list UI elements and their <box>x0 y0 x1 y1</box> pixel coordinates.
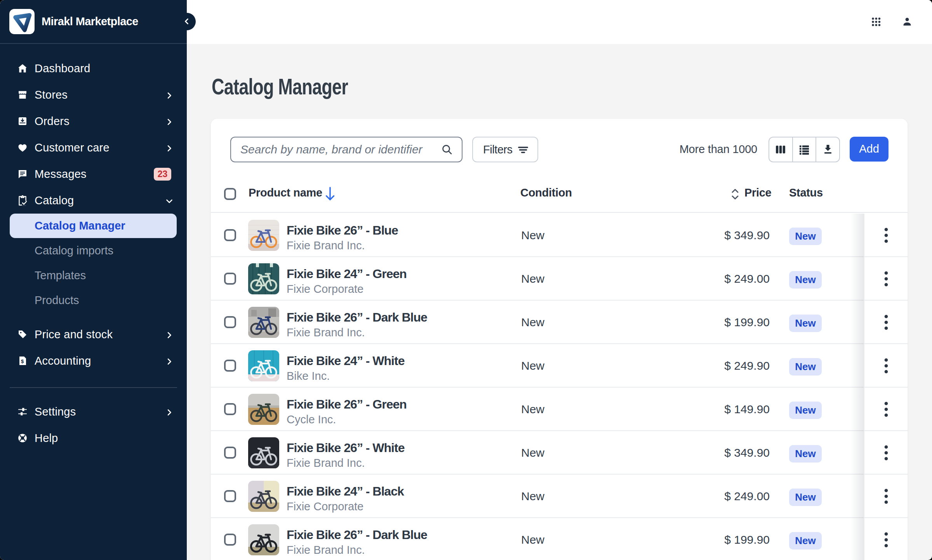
svg-text:$: $ <box>21 358 24 364</box>
